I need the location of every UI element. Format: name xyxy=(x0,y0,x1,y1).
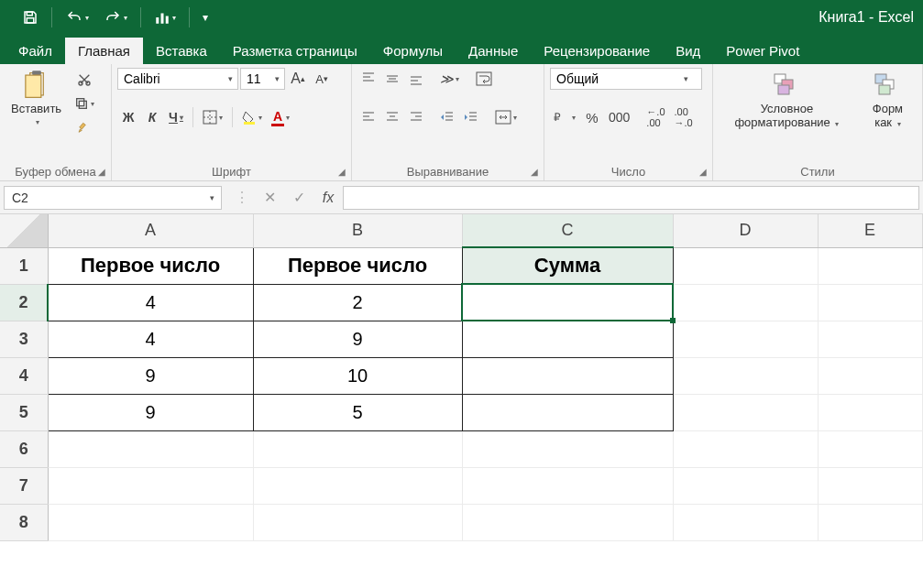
tab-data[interactable]: Данные xyxy=(456,38,531,64)
enter-formula-button[interactable]: ✓ xyxy=(284,186,313,210)
cell-d6[interactable] xyxy=(673,430,818,467)
chart-dropdown[interactable]: ▾ xyxy=(172,14,176,22)
column-header-e[interactable]: E xyxy=(818,214,922,247)
tab-formulas[interactable]: Формулы xyxy=(370,38,456,64)
cell-b6[interactable] xyxy=(253,430,462,467)
cell-a6[interactable] xyxy=(48,430,253,467)
accounting-format-button[interactable]: ₽▾ xyxy=(550,106,579,128)
cell-e3[interactable] xyxy=(818,321,922,357)
cell-e5[interactable] xyxy=(818,394,922,430)
font-color-button[interactable]: A▾ xyxy=(268,106,293,128)
paste-button[interactable]: Вставить ▾ xyxy=(5,68,67,154)
tab-review[interactable]: Рецензирование xyxy=(531,38,663,64)
copy-button[interactable]: ▾ xyxy=(71,93,98,114)
cell-d8[interactable] xyxy=(673,504,818,540)
fx-button[interactable]: fx xyxy=(313,186,343,210)
cell-a4[interactable]: 9 xyxy=(48,357,253,394)
cell-e6[interactable] xyxy=(818,430,922,467)
qat-customize[interactable]: ▾ xyxy=(197,0,213,35)
cell-b8[interactable] xyxy=(253,504,462,540)
row-header-4[interactable]: 4 xyxy=(0,357,48,394)
spreadsheet-grid[interactable]: A B C D E 1 Первое число Первое число Су… xyxy=(0,214,923,541)
cell-d1[interactable] xyxy=(673,247,818,284)
font-size-combo[interactable]: ▾ xyxy=(240,68,285,90)
fill-color-button[interactable]: ▾ xyxy=(238,106,266,128)
percent-button[interactable]: % xyxy=(581,106,603,128)
align-right-button[interactable] xyxy=(405,106,427,128)
merge-center-button[interactable]: ▾ xyxy=(491,106,521,128)
format-painter-button[interactable] xyxy=(71,117,98,137)
cell-b4[interactable]: 10 xyxy=(253,357,462,394)
alignment-dialog-launcher[interactable]: ◢ xyxy=(531,167,538,177)
format-as-table-button[interactable]: Форм как ▾ xyxy=(859,68,917,154)
align-bottom-button[interactable] xyxy=(405,68,427,90)
tab-powerpivot[interactable]: Power Pivot xyxy=(713,38,812,64)
borders-button[interactable]: ▾ xyxy=(199,106,226,128)
row-header-5[interactable]: 5 xyxy=(0,394,48,430)
cell-a7[interactable] xyxy=(48,467,253,504)
tab-insert[interactable]: Вставка xyxy=(143,38,220,64)
number-dialog-launcher[interactable]: ◢ xyxy=(699,167,707,177)
decrease-font-button[interactable]: A▾ xyxy=(311,68,333,90)
orientation-button[interactable]: ≫▾ xyxy=(436,68,463,90)
column-header-c[interactable]: C xyxy=(462,214,673,247)
row-header-1[interactable]: 1 xyxy=(0,247,48,284)
cell-d3[interactable] xyxy=(673,321,818,357)
tab-view[interactable]: Вид xyxy=(663,38,713,64)
cell-a1[interactable]: Первое число xyxy=(48,247,253,284)
name-box[interactable]: ▾ xyxy=(4,186,222,210)
cell-a8[interactable] xyxy=(48,504,253,540)
cell-e4[interactable] xyxy=(818,357,922,394)
cell-d5[interactable] xyxy=(673,394,818,430)
align-left-button[interactable] xyxy=(357,106,379,128)
clipboard-dialog-launcher[interactable]: ◢ xyxy=(98,167,105,177)
cell-d2[interactable] xyxy=(673,284,818,321)
formula-input[interactable] xyxy=(343,186,919,210)
cell-e1[interactable] xyxy=(818,247,922,284)
align-center-button[interactable] xyxy=(381,106,403,128)
cell-c5[interactable] xyxy=(462,394,673,430)
bold-button[interactable]: Ж xyxy=(117,106,139,128)
redo-dropdown[interactable]: ▾ xyxy=(124,14,127,22)
cell-c6[interactable] xyxy=(462,430,673,467)
align-middle-button[interactable] xyxy=(381,68,403,90)
row-header-6[interactable]: 6 xyxy=(0,430,48,467)
cell-e7[interactable] xyxy=(818,467,922,504)
row-header-3[interactable]: 3 xyxy=(0,321,48,357)
save-button[interactable] xyxy=(16,0,44,35)
cell-b3[interactable]: 9 xyxy=(253,321,462,357)
decrease-indent-button[interactable] xyxy=(436,106,458,128)
tab-file[interactable]: Файл xyxy=(5,38,65,64)
cell-c4[interactable] xyxy=(462,357,673,394)
cell-c3[interactable] xyxy=(462,321,673,357)
cell-e2[interactable] xyxy=(818,284,922,321)
redo-button[interactable]: ▾ xyxy=(98,0,133,35)
column-header-d[interactable]: D xyxy=(673,214,818,247)
cell-d4[interactable] xyxy=(673,357,818,394)
undo-button[interactable]: ▾ xyxy=(60,0,94,35)
cancel-formula-button[interactable]: ✕ xyxy=(255,186,284,210)
cell-b5[interactable]: 5 xyxy=(253,394,462,430)
cell-d7[interactable] xyxy=(673,467,818,504)
column-header-a[interactable]: A xyxy=(48,214,253,247)
wrap-text-button[interactable] xyxy=(472,68,496,90)
cell-a5[interactable]: 9 xyxy=(48,394,253,430)
row-header-2[interactable]: 2 xyxy=(0,284,48,321)
font-name-combo[interactable]: ▾ xyxy=(117,68,238,90)
cell-a3[interactable]: 4 xyxy=(48,321,253,357)
cell-b1[interactable]: Первое число xyxy=(253,247,462,284)
italic-button[interactable]: К xyxy=(141,106,163,128)
underline-button[interactable]: Ч▾ xyxy=(165,106,187,128)
cell-b2[interactable]: 2 xyxy=(253,284,462,321)
cell-c1[interactable]: Сумма xyxy=(462,247,673,284)
increase-font-button[interactable]: A▴ xyxy=(287,68,309,90)
cell-c8[interactable] xyxy=(462,504,673,540)
column-header-b[interactable]: B xyxy=(253,214,462,247)
number-format-combo[interactable]: ▾ xyxy=(550,68,702,90)
select-all-corner[interactable] xyxy=(0,214,48,247)
row-header-7[interactable]: 7 xyxy=(0,467,48,504)
undo-dropdown[interactable]: ▾ xyxy=(85,14,89,22)
chart-button[interactable]: ▾ xyxy=(148,0,181,35)
tab-home[interactable]: Главная xyxy=(65,38,143,64)
align-top-button[interactable] xyxy=(357,68,379,90)
